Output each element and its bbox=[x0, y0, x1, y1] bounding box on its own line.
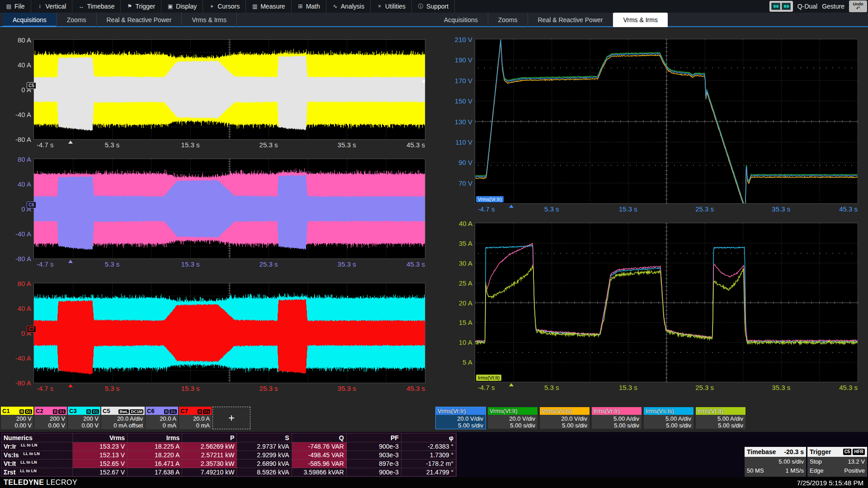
timebase-box[interactable]: Timebase -20.3 s 5.00 s/div 50 MS 1 MS/s bbox=[745, 447, 806, 477]
channel-box-c6[interactable]: C6BD120.0 A0 mA bbox=[146, 407, 178, 429]
numerics-header-P: P bbox=[182, 433, 237, 442]
function-hscale: 5.00 s/div bbox=[644, 422, 691, 429]
waveform-grid-band3[interactable] bbox=[34, 283, 425, 383]
x-tick-label: 5.3 s bbox=[105, 260, 120, 268]
trigger-time-marker[interactable] bbox=[509, 205, 514, 208]
timebase-rate: 1 MS/s bbox=[786, 466, 804, 475]
menu-item-label: Utilities bbox=[385, 3, 406, 10]
function-settings: 5.00 A/div5.00 s/div bbox=[644, 415, 693, 429]
channel-scale: 20.0 A bbox=[179, 415, 210, 422]
trigger-time-marker[interactable] bbox=[68, 260, 73, 263]
y-tick-label: 25 A bbox=[459, 279, 472, 287]
tab-real-reactive-power[interactable]: Real & Reactive Power bbox=[528, 13, 613, 27]
numerics-row-label[interactable]: Vt:ItLL to LN bbox=[1, 460, 73, 468]
numerics-row-label[interactable]: Vr:IrLL to LN bbox=[1, 442, 73, 451]
qdual-label[interactable]: Q-Dual bbox=[797, 3, 817, 10]
function-box-0[interactable]: Vrms(Vr:Ir)20.0 V/div5.00 s/div bbox=[435, 407, 486, 429]
menu-item-support[interactable]: ⓘSupport bbox=[412, 0, 455, 13]
numerics-value: 16.471 A bbox=[127, 460, 182, 468]
add-trace-button[interactable]: + bbox=[212, 407, 250, 429]
menu-item-file[interactable]: ▤File bbox=[0, 0, 31, 13]
function-box-1[interactable]: Vrms(Vt:It)20.0 V/div5.00 s/div bbox=[487, 407, 538, 429]
tab-vrms-irms[interactable]: Vrms & Irms bbox=[182, 13, 236, 27]
menu-item-timebase[interactable]: ↔Timebase bbox=[72, 0, 121, 13]
numerics-value: 2.57211 kW bbox=[182, 451, 237, 460]
menu-item-trigger[interactable]: ⚑Trigger bbox=[121, 0, 161, 13]
function-vscale: 5.00 A/div bbox=[696, 415, 743, 422]
y-tick-label: 30 A bbox=[459, 259, 472, 267]
function-box-5[interactable]: Irms(Vt:It)5.00 A/div5.00 s/div bbox=[695, 407, 746, 429]
numerics-value: 17.638 A bbox=[127, 468, 182, 477]
numerics-value: 8.5926 kVA bbox=[237, 468, 292, 477]
tab-real-reactive-power[interactable]: Real & Reactive Power bbox=[97, 13, 182, 27]
waveform-grid-irms[interactable] bbox=[475, 223, 858, 382]
channel-badges: BD1 bbox=[85, 408, 99, 414]
menu-item-vertical[interactable]: ↕Vertical bbox=[31, 0, 73, 13]
menu-item-display[interactable]: ▣Display bbox=[161, 0, 203, 13]
function-hscale: 5.00 s/div bbox=[540, 422, 587, 429]
tab-acquisitions[interactable]: Acquisitions bbox=[3, 13, 57, 27]
menu-item-math[interactable]: ⊞Math bbox=[292, 0, 326, 13]
tab-zooms[interactable]: Zooms bbox=[488, 13, 528, 27]
status-bar: TELEDYNE LECROY 7/25/2019 5:15:48 PM bbox=[0, 477, 868, 488]
trigger-icon: ⚑ bbox=[127, 3, 132, 9]
channel-offset: 0.00 V bbox=[1, 422, 32, 429]
function-box-3[interactable]: Irms(Vr:Ir)5.00 A/div5.00 s/div bbox=[591, 407, 642, 429]
gesture-button[interactable]: Gesture bbox=[822, 3, 844, 10]
undo-button[interactable]: Undo ↶ bbox=[849, 0, 867, 12]
menu-item-cursors[interactable]: ⌖Cursors bbox=[203, 0, 246, 13]
cursors-icon: ⌖ bbox=[209, 3, 215, 9]
trace-badge[interactable]: Vrms(Vr:Ir) bbox=[476, 196, 504, 202]
y-tick-label: -40 A bbox=[15, 111, 31, 118]
trigger-time-marker[interactable] bbox=[68, 141, 73, 144]
channel-box-c5[interactable]: C5BwLDC1M20.0 A/div0 mA offset bbox=[101, 407, 145, 429]
x-tick-label: 35.3 s bbox=[772, 384, 790, 391]
channel-box-c1[interactable]: C1BD1200 V0.00 V bbox=[1, 407, 33, 429]
menu-item-measure[interactable]: ▥Measure bbox=[246, 0, 291, 13]
x-tick-label: -4.7 s bbox=[478, 384, 495, 391]
zero-level-marker-c6[interactable]: C6 bbox=[27, 202, 36, 208]
menu-item-utilities[interactable]: ×Utilities bbox=[371, 0, 412, 13]
tab-acquisitions[interactable]: Acquisitions bbox=[434, 13, 488, 27]
x-tick-label: 35.3 s bbox=[338, 260, 356, 268]
trace-badge[interactable]: Irms(Vt:It) bbox=[476, 375, 501, 381]
trigger-title: Trigger bbox=[810, 448, 831, 455]
trigger-time-marker[interactable] bbox=[509, 383, 514, 386]
menu-item-label: Display bbox=[176, 3, 197, 10]
numerics-value: 3.59866 kVAR bbox=[292, 468, 347, 477]
trigger-box[interactable]: Trigger C5 HFR Stop 13.2 V Edge Positive bbox=[807, 447, 867, 477]
menu-bar: ▤File↕Vertical↔Timebase⚑Trigger▣Display⌖… bbox=[0, 0, 868, 13]
tab-zooms[interactable]: Zooms bbox=[57, 13, 97, 27]
channel-badges: BD1 bbox=[197, 408, 210, 414]
display-icon: ▣ bbox=[167, 3, 173, 9]
y-tick-label: 40 A bbox=[18, 61, 31, 69]
qdual-button[interactable] bbox=[769, 1, 793, 12]
channel-box-c7[interactable]: C7BD120.0 A0 mA bbox=[179, 407, 212, 429]
function-descriptor-row: Vrms(Vr:Ir)20.0 V/div5.00 s/divVrms(Vt:I… bbox=[435, 407, 746, 429]
menu-item-label: Trigger bbox=[135, 3, 155, 10]
channel-id: C3 bbox=[69, 408, 77, 414]
y-tick-label: 80 A bbox=[18, 280, 31, 287]
zero-level-marker-c5[interactable]: C5 bbox=[27, 82, 36, 89]
y-tick-label: 110 V bbox=[455, 138, 472, 146]
trigger-time-marker[interactable] bbox=[68, 384, 73, 387]
x-tick-label: 45.3 s bbox=[839, 384, 858, 391]
waveform-grid-band1[interactable] bbox=[34, 40, 425, 139]
vertical-icon: ↕ bbox=[37, 3, 43, 9]
channel-header: C3BD1 bbox=[68, 407, 100, 415]
menu-item-analysis[interactable]: ∿Analysis bbox=[326, 0, 371, 13]
zero-level-marker-c7[interactable]: C7 bbox=[27, 326, 36, 333]
function-box-4[interactable]: Irms(Vs:Is)5.00 A/div5.00 s/div bbox=[643, 407, 694, 429]
numerics-value: 21.4799 ° bbox=[401, 468, 456, 477]
waveform-grid-vrms[interactable] bbox=[475, 39, 858, 203]
waveform-grid-band2[interactable] bbox=[34, 159, 425, 258]
x-tick-label: -4.7 s bbox=[37, 385, 54, 392]
trigger-level-marker[interactable] bbox=[422, 79, 425, 84]
numerics-row-label[interactable]: Vs:IsLL to LN bbox=[1, 451, 73, 460]
function-box-2[interactable]: Vrms(Vs:Is)20.0 V/div5.00 s/div bbox=[539, 407, 590, 429]
channel-box-c2[interactable]: C2BD1200 V0.00 V bbox=[34, 407, 67, 429]
tab-vrms-irms[interactable]: Vrms & Irms bbox=[613, 13, 667, 27]
numerics-row-label[interactable]: ΣrstLL to LN bbox=[1, 468, 73, 477]
channel-box-c3[interactable]: C3BD1200 V0.00 V bbox=[68, 407, 100, 429]
measure-range-label: LL to LN bbox=[20, 460, 37, 465]
